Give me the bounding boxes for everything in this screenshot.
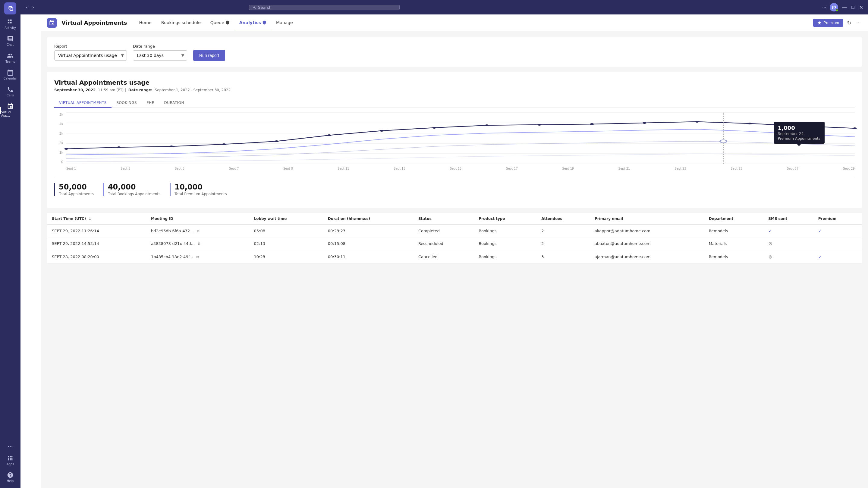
stat-total-appointments: 50,000 Total Appointments — [54, 183, 94, 196]
tooltip-value: 1,000 — [778, 125, 820, 131]
sidebar-item-label: Teams — [5, 60, 15, 63]
maximize-button[interactable]: □ — [850, 3, 856, 11]
sidebar-item-virtual-app[interactable]: Virtual App... — [0, 101, 21, 120]
copy-icon[interactable]: ⧉ — [197, 229, 199, 233]
teams-logo[interactable] — [4, 2, 16, 14]
th-duration[interactable]: Duration (hh:mm:ss) — [323, 213, 413, 225]
svg-point-21 — [852, 127, 857, 129]
copy-icon[interactable]: ⧉ — [196, 255, 199, 259]
check-icon: ✓ — [768, 228, 772, 233]
date-range-select[interactable]: Last 7 days Last 30 days Last 90 days Cu… — [133, 50, 187, 61]
chart-tabs: VIRTUAL APPOINTMENTS BOOKINGS EHR DURATI… — [54, 98, 855, 108]
search-input[interactable] — [258, 5, 396, 10]
report-select[interactable]: Virtual Appointments usage Bookings usag… — [54, 50, 127, 61]
premium-button[interactable]: Premium — [813, 19, 843, 27]
app-header-right: Premium ↻ ··· — [813, 19, 862, 27]
table-section: Start Time (UTC) ↓ Meeting ID Lobby wait… — [47, 213, 862, 264]
stat-bar-medium — [103, 183, 104, 196]
shield-icon — [225, 21, 230, 25]
td-duration: 00:23:23 — [323, 225, 413, 237]
stat-total-premium: 10,000 Total Premium Appointments — [170, 183, 227, 196]
nav-item-queue[interactable]: Queue — [206, 14, 235, 31]
date-range-label: Date range — [133, 44, 187, 48]
close-button[interactable]: ✕ — [858, 3, 864, 11]
chart-tab-ehr[interactable]: EHR — [142, 98, 159, 108]
td-product-type: Bookings — [474, 225, 536, 237]
chart-tab-bookings[interactable]: BOOKINGS — [112, 98, 142, 108]
stat-label: Total Appointments — [59, 192, 94, 196]
th-product-type[interactable]: Product type — [474, 213, 536, 225]
tooltip-label: Premium Appointments — [778, 136, 820, 141]
sidebar-item-chat[interactable]: Chat — [0, 33, 21, 49]
more-options-button[interactable]: ··· — [821, 3, 827, 11]
content-area: Report Virtual Appointments usage Bookin… — [41, 31, 868, 488]
th-sms-sent[interactable]: SMS sent — [764, 213, 813, 225]
sidebar-more-button[interactable]: ··· — [0, 441, 21, 452]
chart-tab-duration[interactable]: DURATION — [159, 98, 189, 108]
th-attendees[interactable]: Attendees — [536, 213, 590, 225]
app-title: Virtual Appointments — [61, 20, 127, 26]
report-select-wrapper: Virtual Appointments usage Bookings usag… — [54, 50, 127, 61]
check-icon: ✓ — [818, 255, 822, 259]
copy-icon[interactable]: ⧉ — [198, 241, 200, 246]
back-button[interactable]: ‹ — [24, 3, 29, 11]
report-label: Report — [54, 44, 127, 48]
nav-item-bookings-schedule[interactable]: Bookings schedule — [156, 14, 206, 31]
nav-item-home[interactable]: Home — [134, 14, 156, 31]
sidebar-item-label: Chat — [7, 43, 13, 46]
sidebar-item-label: Calls — [7, 94, 14, 97]
main-content: Virtual Appointments Home Bookings sched… — [41, 14, 868, 488]
td-premium — [813, 237, 862, 250]
td-department: Remodels — [704, 225, 764, 237]
svg-point-23 — [720, 140, 727, 143]
td-department: Remodels — [704, 250, 764, 264]
td-start-time: SEPT 29, 2022 14:53:14 — [47, 237, 146, 250]
th-status[interactable]: Status — [413, 213, 474, 225]
more-button[interactable]: ··· — [855, 19, 862, 27]
sidebar-item-apps[interactable]: Apps — [0, 452, 21, 468]
svg-point-14 — [485, 124, 489, 126]
th-premium[interactable]: Premium — [813, 213, 862, 225]
tooltip-pointer — [797, 144, 801, 146]
tooltip-date: September 24 — [778, 132, 820, 136]
th-lobby-wait[interactable]: Lobby wait time — [249, 213, 323, 225]
td-status: Rescheduled — [413, 237, 474, 250]
svg-point-18 — [695, 121, 699, 123]
sidebar-item-calendar[interactable]: Calendar — [0, 67, 21, 83]
td-product-type: Bookings — [474, 250, 536, 264]
sidebar-item-activity[interactable]: Activity — [0, 16, 21, 32]
sidebar-item-help[interactable]: Help — [0, 469, 21, 485]
titlebar-navigation: ‹ › — [24, 3, 36, 11]
td-start-time: SEPT 29, 2022 11:26:14 — [47, 225, 146, 237]
circle-icon[interactable]: ⊗ — [768, 254, 772, 260]
minimize-button[interactable]: — — [841, 3, 848, 11]
th-start-time[interactable]: Start Time (UTC) ↓ — [47, 213, 146, 225]
th-meeting-id[interactable]: Meeting ID — [146, 213, 249, 225]
user-avatar[interactable]: JD — [830, 3, 838, 11]
svg-point-13 — [432, 127, 436, 129]
td-status: Completed — [413, 225, 474, 237]
stat-number: 40,000 — [108, 183, 160, 191]
td-meeting-id: a3838078-d21x-44d... ⧉ — [146, 237, 249, 250]
chart-title: Virtual Appointments usage — [54, 79, 855, 86]
sidebar-item-calls[interactable]: Calls — [0, 84, 21, 99]
forward-button[interactable]: › — [30, 3, 36, 11]
nav-item-manage[interactable]: Manage — [271, 14, 298, 31]
sidebar-item-teams[interactable]: Teams — [0, 50, 21, 66]
refresh-button[interactable]: ↻ — [846, 19, 852, 27]
circle-icon[interactable]: ⊗ — [768, 241, 772, 247]
td-lobby-wait: 10:23 — [249, 250, 323, 264]
th-primary-email[interactable]: Primary email — [590, 213, 704, 225]
td-start-time: SEPT 28, 2022 08:20:00 — [47, 250, 146, 264]
online-status-dot — [836, 9, 838, 11]
th-department[interactable]: Department — [704, 213, 764, 225]
chart-meta: September 30, 2022 11:59 am (PT) | Date … — [54, 88, 855, 92]
nav-item-analytics[interactable]: Analytics — [235, 14, 271, 31]
run-report-button[interactable]: Run report — [193, 50, 225, 61]
search-bar[interactable] — [249, 5, 400, 10]
svg-point-6 — [64, 148, 68, 150]
td-primary-email: abuxton@adatumhome.com — [590, 237, 704, 250]
td-status: Cancelled — [413, 250, 474, 264]
stat-label: Total Premium Appointments — [175, 192, 227, 196]
chart-tab-virtual-appointments[interactable]: VIRTUAL APPOINTMENTS — [54, 98, 112, 108]
